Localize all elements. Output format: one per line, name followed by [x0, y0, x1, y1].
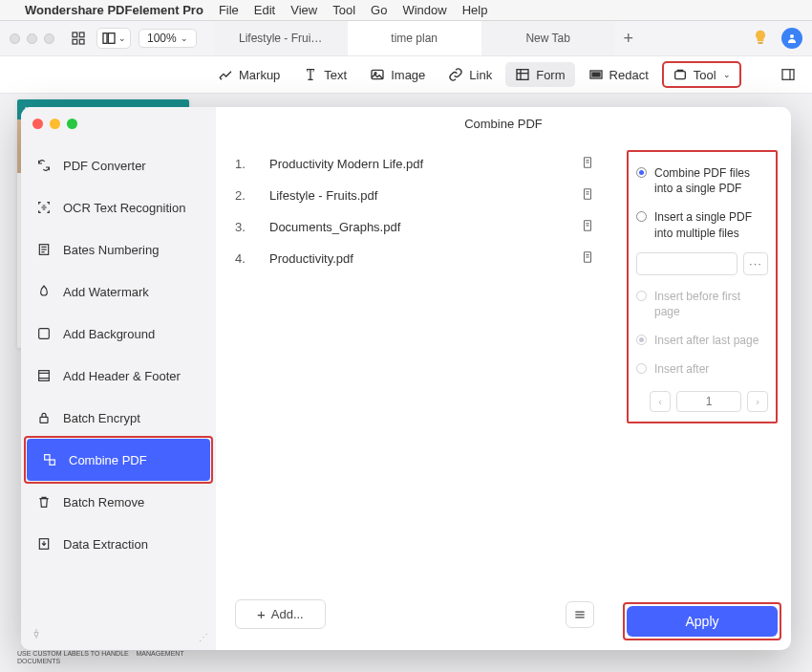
link-button[interactable]: Link	[438, 62, 502, 87]
user-avatar[interactable]	[781, 28, 802, 49]
apply-button[interactable]: Apply	[627, 606, 778, 637]
file-row[interactable]: 2. Lifestyle - Fruits.pdf	[235, 180, 594, 211]
radio-insert-after: Insert after	[636, 358, 768, 386]
file-list-panel: 1. Productivity Modern Life.pdf 2. Lifes…	[216, 141, 613, 650]
redact-button[interactable]: Redact	[579, 62, 658, 87]
menu-file[interactable]: File	[219, 3, 239, 17]
markup-button[interactable]: Markup	[208, 62, 289, 87]
add-file-button[interactable]: +Add...	[235, 599, 326, 629]
lightbulb-icon[interactable]	[747, 25, 774, 52]
radio-combine[interactable]: Combine PDF files into a single PDF	[636, 162, 768, 206]
menu-tool[interactable]: Tool	[332, 3, 355, 17]
menu-go[interactable]: Go	[371, 3, 387, 17]
radio-insert[interactable]: Insert a single PDF into multiple files	[636, 206, 768, 249]
page-number-input[interactable]: 1	[676, 391, 741, 412]
dialog-traffic-lights[interactable]	[21, 115, 216, 144]
svg-rect-14	[592, 73, 600, 76]
page-range-icon[interactable]	[581, 156, 594, 172]
sidebar-item-data-extraction[interactable]: Data Extraction	[21, 523, 216, 565]
sidebar-item-batch-encrypt[interactable]: Batch Encrypt	[21, 397, 216, 439]
radio-icon	[636, 291, 647, 301]
sidebar-item-watermark[interactable]: Add Watermark	[21, 271, 216, 313]
dialog-title: Combine PDF	[216, 107, 791, 141]
tab-lifestyle[interactable]: Lifestyle - Frui…	[214, 21, 348, 55]
traffic-lights[interactable]	[10, 33, 54, 44]
radio-icon	[636, 211, 647, 222]
svg-rect-0	[73, 33, 77, 37]
radio-icon	[636, 167, 647, 178]
text-button[interactable]: Text	[293, 62, 356, 87]
radio-insert-after-last: Insert after last page	[636, 329, 768, 358]
file-row[interactable]: 1. Productivity Modern Life.pdf	[235, 148, 594, 180]
list-options-button[interactable]	[566, 601, 594, 628]
sidebar-item-batch-remove[interactable]: Batch Remove	[21, 481, 216, 523]
sidebar-item-bates[interactable]: Bates Numbering	[21, 228, 216, 271]
svg-rect-16	[782, 70, 794, 80]
svg-rect-6	[759, 42, 763, 44]
radio-icon	[636, 335, 647, 345]
pin-icon[interactable]	[31, 628, 42, 642]
layout-dropdown[interactable]: ⌄	[96, 28, 131, 49]
page-range-icon[interactable]	[581, 250, 594, 267]
tab-time-plan[interactable]: time plan	[348, 21, 481, 55]
app-top-bar: ⌄ 100%⌄ Lifestyle - Frui… time plan New …	[0, 21, 812, 55]
page-range-icon[interactable]	[581, 187, 594, 204]
resize-handle-icon[interactable]: ⋰	[199, 632, 208, 642]
svg-rect-4	[103, 33, 107, 44]
file-row[interactable]: 4. Productivity.pdf	[235, 243, 594, 274]
menu-view[interactable]: View	[290, 3, 317, 17]
menu-edit[interactable]: Edit	[254, 3, 275, 17]
page-range-icon[interactable]	[581, 219, 594, 235]
insert-file-input[interactable]	[636, 252, 737, 275]
svg-point-7	[790, 34, 794, 38]
browse-file-button[interactable]: ···	[743, 252, 768, 275]
svg-rect-22	[39, 329, 50, 339]
menu-help[interactable]: Help	[462, 3, 488, 17]
dialog-sidebar: PDF Converter OCR Text Recognition Bates…	[21, 107, 216, 650]
grid-view-icon[interactable]	[68, 28, 89, 49]
tab-new[interactable]: New Tab	[481, 21, 615, 55]
page-prev-button[interactable]: ‹	[650, 391, 671, 412]
sidebar-item-header-footer[interactable]: Add Header & Footer	[21, 355, 216, 397]
zoom-select[interactable]: 100%⌄	[139, 29, 197, 48]
page-next-button[interactable]: ›	[747, 391, 768, 412]
svg-rect-15	[674, 72, 685, 79]
menu-window[interactable]: Window	[402, 3, 446, 17]
form-button[interactable]: Form	[505, 62, 574, 87]
sidebar-item-ocr[interactable]: OCR Text Recognition	[21, 186, 216, 228]
main-toolbar: Markup Text Image Link Form Redact Tool⌄	[0, 55, 812, 94]
bottom-doc-preview: USE CUSTOM LABELS TO HANDLE MANAGEMENT D…	[17, 650, 208, 671]
menubar: Wondershare PDFelement Pro File Edit Vie…	[0, 0, 812, 21]
svg-rect-28	[50, 460, 54, 465]
zoom-value: 100%	[147, 32, 177, 45]
app-name[interactable]: Wondershare PDFelement Pro	[25, 3, 203, 17]
svg-rect-2	[73, 39, 77, 44]
sidebar-item-pdf-converter[interactable]: PDF Converter	[21, 144, 216, 186]
chevron-down-icon: ⌄	[723, 70, 731, 79]
svg-rect-3	[79, 39, 84, 44]
svg-rect-27	[45, 455, 50, 460]
file-row[interactable]: 3. Documents_Graphs.pdf	[235, 211, 594, 243]
dialog-main: Combine PDF 1. Productivity Modern Life.…	[216, 107, 791, 650]
panel-toggle-icon[interactable]	[778, 64, 799, 85]
tool-dropdown[interactable]: Tool⌄	[662, 61, 741, 88]
sidebar-item-background[interactable]: Add Background	[21, 313, 216, 355]
svg-rect-23	[39, 371, 50, 381]
document-tabs: Lifestyle - Frui… time plan New Tab +	[214, 21, 736, 55]
svg-rect-1	[79, 33, 84, 37]
svg-rect-10	[517, 70, 528, 80]
combine-pdf-dialog: PDF Converter OCR Text Recognition Bates…	[21, 107, 791, 650]
svg-rect-26	[40, 417, 48, 423]
options-panel: Combine PDF files into a single PDF Inse…	[613, 141, 791, 650]
radio-insert-before: Insert before first page	[636, 285, 768, 329]
new-tab-button[interactable]: +	[615, 21, 642, 55]
radio-icon	[636, 363, 647, 374]
image-button[interactable]: Image	[360, 62, 435, 87]
sidebar-item-combine-pdf[interactable]: Combine PDF	[27, 439, 210, 481]
svg-rect-5	[108, 33, 115, 44]
